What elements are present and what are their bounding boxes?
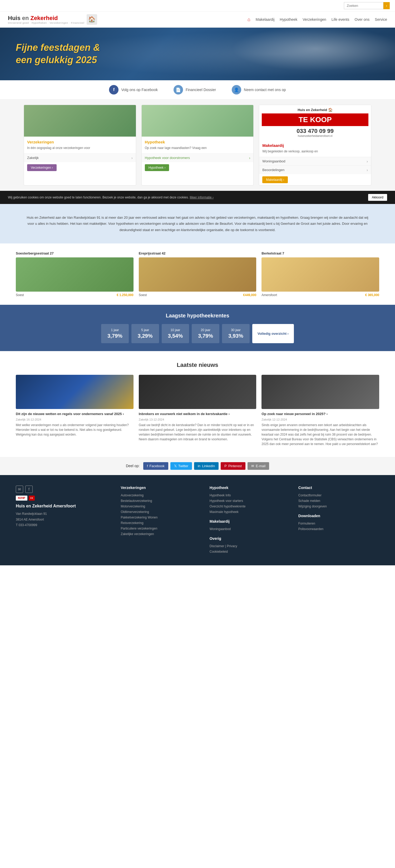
financieel-dossier-link[interactable]: 📄 Financieel Dossier <box>174 85 216 94</box>
news-item-2: Op zoek naar nieuw personeel in 2025? › … <box>262 375 379 446</box>
dossier-icon: 📄 <box>174 85 183 94</box>
chevron-icon-2: › <box>367 159 368 163</box>
nav-home[interactable]: ⌂ <box>247 17 250 22</box>
share-facebook-btn[interactable]: f Facebook <box>143 462 168 470</box>
card-verzekeringen-link[interactable]: Zakelijk › <box>24 153 136 162</box>
rate-20jaar: 20 jaar 3,79% <box>192 324 219 343</box>
footer-link-schade-melden[interactable]: Schade melden <box>298 498 379 503</box>
footer-link-autoverzekering[interactable]: Autoverzekering <box>121 493 202 497</box>
cookie-accept-btn[interactable]: Akkoord <box>368 194 387 201</box>
news-0-headline[interactable]: Dit zijn de nieuwe wetten en regels voor… <box>16 412 133 416</box>
card-verzekeringen-img <box>24 105 136 136</box>
news-item-0: Dit zijn de nieuwe wetten en regels voor… <box>16 375 133 446</box>
card-makelaardij-link1[interactable]: Woningaanbod › <box>259 157 371 165</box>
footer-link-contactformulier[interactable]: Contactformulier <box>298 493 379 497</box>
property-soesterberg-footer: Soest € 1.250,000 <box>16 293 133 297</box>
makelaardij-btn[interactable]: Makelaardij › <box>262 176 288 183</box>
card-hypotheek-link[interactable]: Hypotheek voor doorstromers › <box>142 153 253 162</box>
footer-col-company: ✉ f NVHP ●● Huis en Zekerheid Amersfoort… <box>16 486 113 555</box>
about-text: Huis en Zekerheid aan de Van Randwijckla… <box>26 215 369 233</box>
search-input[interactable] <box>344 2 384 9</box>
contact-label: Neem contact met ons op <box>244 88 286 92</box>
property-berkel-footer: Amersfoort € 365,000 <box>262 293 379 297</box>
rate-1jaar: 1 jaar 3,79% <box>101 324 129 343</box>
footer-link-bestelautoverzekering[interactable]: Bestelautoverzekering <box>121 498 202 503</box>
footer-link-oldtimerverzekering[interactable]: Oldtimerverzekering <box>121 509 202 514</box>
search-button[interactable]: › <box>384 2 390 9</box>
rate-20jaar-value: 3,79% <box>198 333 213 339</box>
footer-link-overzicht-hypotheekrente[interactable]: Overzicht hypotheekrente <box>210 504 291 508</box>
footer-link-woningaanbod[interactable]: Woningaanbod <box>210 527 291 531</box>
property-berkel-img[interactable] <box>262 257 379 291</box>
footer-link-wijziging[interactable]: Wijziging doorgeven <box>298 504 379 508</box>
contact-link[interactable]: 👤 Neem contact met ons op <box>232 85 286 94</box>
footer-email-icon[interactable]: ✉ <box>16 486 23 493</box>
card-verzekeringen-title: Verzekeringen <box>27 140 133 144</box>
nav-service[interactable]: Service <box>375 18 387 22</box>
footer-link-cookiebeleid[interactable]: Cookiebeleid <box>210 549 291 554</box>
mortgage-rates: 1 jaar 3,79% 5 jaar 3,29% 10 jaar 3,54% … <box>16 324 379 343</box>
mortgage-section: Laagste hypotheekrentes 1 jaar 3,79% 5 j… <box>0 305 395 351</box>
tekoop-logo: Huis en Zekerheid 🏠 <box>262 107 368 112</box>
footer-facebook-icon[interactable]: f <box>25 486 33 493</box>
twitter-share-icon: 𝕏 <box>174 464 177 468</box>
footer-link-hypotheek-starters[interactable]: Hypotheek voor starters <box>210 498 291 503</box>
news-2-category: Zakelijk <box>262 418 271 421</box>
cards-section: Verzekeringen In één oogopslag al onze v… <box>0 99 395 191</box>
footer-overig-links: Disclaimer | Privacy Cookiebeleid <box>210 544 291 554</box>
rate-30jaar-value: 3,93% <box>228 333 243 339</box>
share-label: Deel op: <box>126 464 140 468</box>
footer-contact-heading: Contact <box>298 486 379 490</box>
share-pinterest-btn[interactable]: P Pinterest <box>221 462 245 470</box>
pinterest-share-label: Pinterest <box>228 464 242 468</box>
nav-verzekeringen[interactable]: Verzekeringen <box>303 18 326 22</box>
footer-link-pakketverzekering[interactable]: Pakketverzekering Wonen <box>121 515 202 519</box>
facebook-share-label: Facebook <box>150 464 164 468</box>
logo-area: Huis en Zekerheid Onroerend goed · Hypot… <box>8 15 85 24</box>
footer-link-motorverzekering[interactable]: Motorverzekering <box>121 504 202 508</box>
cookie-text: Wij gebruiken cookies om onze website go… <box>8 195 214 199</box>
facebook-link[interactable]: f Volg ons op Facebook <box>109 85 158 94</box>
nav-over-ons[interactable]: Over ons <box>355 18 370 22</box>
news-1-img <box>139 375 256 409</box>
cookie-more-link[interactable]: Meer informatie › <box>190 195 214 199</box>
property-ereprijs-location: Soest <box>139 293 147 297</box>
footer-link-zakelijke[interactable]: Zakelijke verzekeringen <box>121 532 202 536</box>
footer-link-hypotheek-info[interactable]: Hypotheek Info <box>210 493 291 497</box>
footer-social-icons: ✉ f <box>16 486 113 493</box>
card-hypotheek: Hypotheek Op zoek naar lage maandlasten?… <box>142 105 254 186</box>
news-0-meta: Zakelijk 16-12-2024 <box>16 418 133 421</box>
footer-link-disclaimer[interactable]: Disclaimer | Privacy <box>210 544 291 548</box>
news-title: Laatste nieuws <box>16 362 379 369</box>
verzekeringen-btn[interactable]: Verzekeringen › <box>27 164 57 171</box>
card-verzekeringen-link-label: Zakelijk <box>27 156 39 160</box>
property-soesterberg-img[interactable] <box>16 257 133 291</box>
news-1-date: 13-12-2024 <box>149 418 164 421</box>
hypotheek-btn[interactable]: Hypotheek › <box>145 164 169 171</box>
property-ereprijs-img[interactable] <box>139 257 256 291</box>
card-makelaardij-link2[interactable]: Beoordelingen › <box>259 165 371 174</box>
facebook-icon: f <box>109 85 119 94</box>
footer-link-polisvoorwaarden[interactable]: Polisvoorwaarden <box>298 527 379 531</box>
news-2-headline[interactable]: Op zoek naar nieuw personeel in 2025? › <box>262 412 379 416</box>
nav-life-events[interactable]: Life events <box>332 18 350 22</box>
nav-makelaardij[interactable]: Makelaardij <box>256 18 275 22</box>
card-hypotheek-text: Op zoek naar lage maandlasten? Vraag een <box>145 146 250 150</box>
full-overview-btn[interactable]: Volledig overzicht › <box>252 324 294 343</box>
nav-hypotheek[interactable]: Hypotheek <box>280 18 297 22</box>
news-1-headline[interactable]: Inbrekers en vuurwerk niet welkom in de … <box>139 412 256 416</box>
footer-badges: NVHP ●● <box>16 496 113 501</box>
property-berkel-location: Amersfoort <box>262 293 277 297</box>
footer-link-maximale-hypotheek[interactable]: Maximale hypotheek <box>210 509 291 514</box>
footer-address: Van Randwijcklaan 91 3814 AE Amersfoort … <box>16 511 113 528</box>
footer-link-formulieren[interactable]: Formulieren <box>298 521 379 525</box>
share-twitter-btn[interactable]: 𝕏 Twitter <box>171 462 192 470</box>
card-verzekeringen: Verzekeringen In één oogopslag al onze v… <box>24 105 136 186</box>
footer-link-particuliere[interactable]: Particuliere verzekeringen <box>121 526 202 530</box>
footer-makelaardij-links: Woningaanbod <box>210 527 291 531</box>
share-linkedin-btn[interactable]: in LinkedIn <box>194 462 219 470</box>
share-email-btn[interactable]: ✉ E-mail <box>247 462 269 470</box>
property-soesterberg-title: Soesterbergsestraat 27 <box>16 251 133 255</box>
footer: ✉ f NVHP ●● Huis en Zekerheid Amersfoort… <box>0 475 395 565</box>
footer-link-reisverzekering[interactable]: Reisverzekering <box>121 521 202 525</box>
